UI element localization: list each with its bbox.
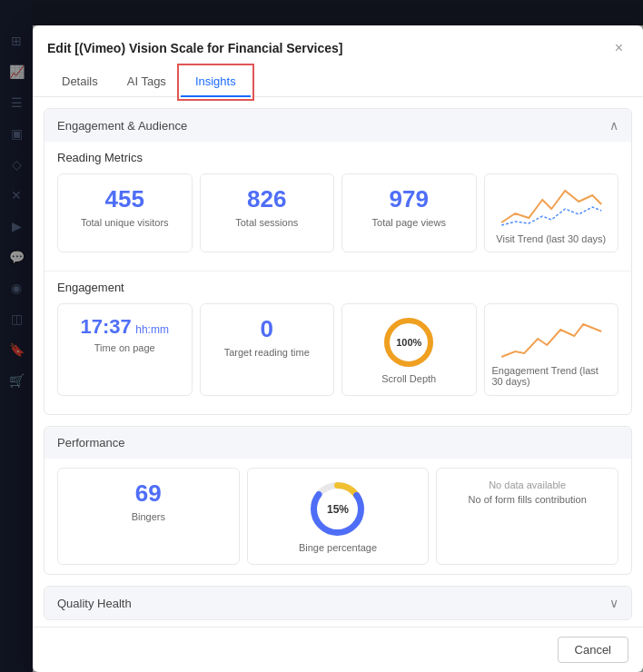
- quality-health-section: Quality Health ∨: [44, 586, 632, 620]
- engagement-trend-chart: [492, 313, 611, 363]
- target-reading-card: 0 Target reading time: [200, 303, 335, 396]
- engagement-audience-header[interactable]: Engagement & Audience ∧: [45, 109, 631, 142]
- scroll-depth-value: 100: [396, 337, 412, 348]
- time-on-page-value: 17:37: [81, 315, 132, 338]
- engagement-subsection: Engagement 17:37 hh:mm Time on page 0 Ta…: [45, 271, 631, 414]
- engagement-title: Engagement: [57, 281, 618, 294]
- binge-percentage-value: 15%: [327, 503, 349, 516]
- scroll-depth-card: 100% Scroll Depth: [341, 303, 477, 396]
- engagement-trend-label: Engagement Trend (last 30 days): [492, 365, 611, 387]
- target-reading-value: 0: [212, 315, 323, 343]
- performance-title: Performance: [57, 436, 124, 450]
- engagement-audience-chevron: ∧: [609, 118, 618, 133]
- tab-insights[interactable]: Insights: [181, 67, 251, 97]
- target-reading-label: Target reading time: [212, 347, 323, 358]
- form-fills-no-data: No data available: [448, 479, 607, 490]
- modal-body: Engagement & Audience ∧ Reading Metrics …: [33, 97, 643, 627]
- performance-subsection: 69 Bingers: [45, 459, 631, 574]
- reading-metrics-title: Reading Metrics: [57, 151, 618, 164]
- total-sessions-card: 826 Total sessions: [200, 173, 335, 252]
- tab-ai-tags[interactable]: AI Tags: [113, 67, 181, 97]
- engagement-audience-title: Engagement & Audience: [57, 119, 187, 133]
- time-on-page-card: 17:37 hh:mm Time on page: [57, 303, 193, 396]
- modal-header: Edit [(Vimeo) Vision Scale for Financial…: [33, 25, 643, 97]
- page-views-card: 979 Total page views: [341, 173, 477, 252]
- bingers-card: 69 Bingers: [57, 468, 240, 565]
- modal-title-row: Edit [(Vimeo) Vision Scale for Financial…: [47, 38, 628, 58]
- modal-title: Edit [(Vimeo) Vision Scale for Financial…: [47, 41, 342, 55]
- engagement-trend-card: Engagement Trend (last 30 days): [484, 303, 619, 396]
- reading-metrics-subsection: Reading Metrics 455 Total unique visitor…: [45, 142, 631, 271]
- total-sessions-label: Total sessions: [212, 217, 323, 228]
- time-on-page-label: Time on page: [69, 342, 181, 353]
- visit-trend-chart: [492, 182, 611, 232]
- page-views-value: 979: [353, 185, 465, 213]
- tab-details[interactable]: Details: [47, 67, 113, 97]
- engagement-metrics-grid: 17:37 hh:mm Time on page 0 Target readin…: [57, 303, 618, 396]
- page-views-label: Total page views: [353, 217, 465, 228]
- modal-tabs: Details AI Tags Insights: [47, 67, 628, 96]
- total-sessions-value: 826: [212, 185, 323, 213]
- bingers-value: 69: [69, 479, 228, 508]
- scroll-depth-unit: %: [413, 337, 422, 348]
- binge-percentage-label: Binge percentage: [259, 542, 418, 553]
- quality-health-title: Quality Health: [57, 597, 132, 610]
- visit-trend-card: Visit Trend (last 30 days): [484, 173, 619, 252]
- unique-visitors-label: Total unique visitors: [69, 217, 181, 228]
- cancel-button[interactable]: Cancel: [558, 637, 628, 663]
- form-fills-label: No of form fills contribution: [448, 494, 607, 505]
- performance-header[interactable]: Performance: [45, 427, 631, 459]
- form-fills-card: No data available No of form fills contr…: [436, 468, 618, 565]
- scroll-depth-label: Scroll Depth: [353, 373, 465, 384]
- quality-health-header[interactable]: Quality Health ∨: [45, 587, 631, 619]
- performance-section: Performance 69 Bingers: [44, 426, 632, 575]
- unique-visitors-card: 455 Total unique visitors: [57, 173, 193, 252]
- time-on-page-unit: hh:mm: [135, 323, 169, 336]
- edit-modal: Edit [(Vimeo) Vision Scale for Financial…: [33, 25, 643, 672]
- modal-close-button[interactable]: ×: [609, 38, 628, 58]
- performance-metrics-grid: 69 Bingers: [57, 468, 618, 565]
- bingers-label: Bingers: [69, 511, 228, 522]
- engagement-audience-section: Engagement & Audience ∧ Reading Metrics …: [44, 108, 632, 415]
- unique-visitors-value: 455: [69, 185, 181, 213]
- quality-health-chevron: ∨: [609, 596, 618, 610]
- reading-metrics-grid: 455 Total unique visitors 826 Total sess…: [57, 173, 618, 252]
- modal-footer: Cancel: [33, 627, 643, 672]
- visit-trend-label: Visit Trend (last 30 days): [496, 233, 606, 244]
- binge-percentage-card: 15% Binge percentage: [247, 468, 430, 565]
